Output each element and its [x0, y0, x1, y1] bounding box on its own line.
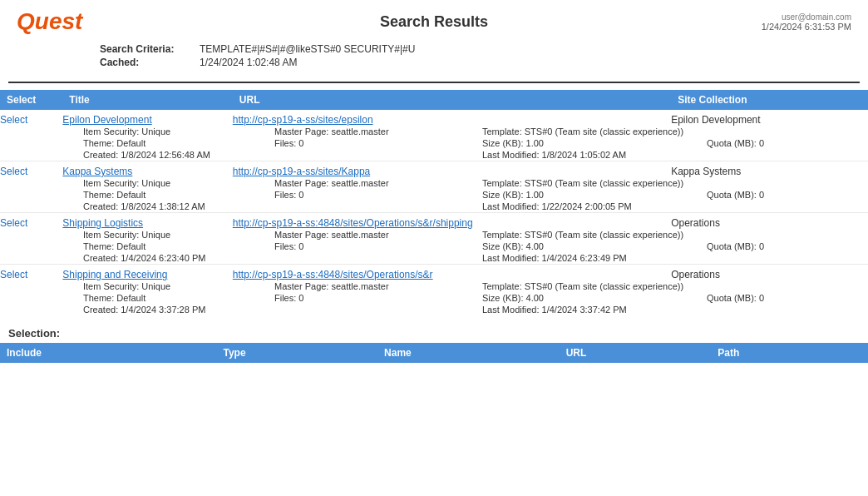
sel-col-name: Name	[377, 343, 560, 363]
detail-cell	[274, 305, 482, 315]
detail-cell: Last Modified: 1/4/2024 3:37:42 PM	[482, 305, 707, 315]
site-url-link[interactable]: http://cp-sp19-a-ss:4848/sites/Operation…	[233, 217, 473, 229]
detail-cell: Quota (MB): 0	[707, 241, 861, 251]
detail-cell: Last Modified: 1/8/2024 1:05:02 AM	[482, 150, 707, 160]
site-collection-value: Operations	[671, 265, 868, 281]
table-row: Select Shipping and Receiving http://cp-…	[0, 265, 868, 281]
detail-cell: Quota (MB): 0	[707, 293, 861, 303]
site-title-link[interactable]: Shipping Logistics	[62, 217, 143, 229]
detail-cell: Master Page: seattle.master	[274, 126, 482, 136]
detail-cell: Last Modified: 1/22/2024 2:00:05 PM	[482, 201, 707, 211]
detail-grid: Created: 1/8/2024 1:38:12 AM Last Modifi…	[0, 201, 868, 212]
site-collection-value: Epilon Development	[671, 110, 868, 126]
site-title-link[interactable]: Shipping and Receiving	[62, 269, 167, 280]
detail-cell	[274, 201, 482, 211]
detail-row: Created: 1/4/2024 6:23:40 PM Last Modifi…	[0, 252, 868, 265]
detail-row: Item Security: Unique Master Page: seatt…	[0, 177, 868, 189]
detail-cell: Size (KB): 1.00	[482, 138, 707, 148]
detail-cell: Theme: Default	[83, 241, 274, 251]
selection-header-row: Include Type Name URL Path	[0, 343, 868, 363]
detail-cell: Template: STS#0 (Team site (classic expe…	[482, 281, 707, 291]
results-table: Select Title URL Site Collection Select …	[0, 90, 868, 315]
detail-grid: Theme: Default Files: 0 Size (KB): 4.00 …	[0, 241, 868, 252]
selection-label: Selection:	[0, 324, 868, 343]
detail-cell: Files: 0	[274, 293, 482, 303]
table-row: Select Kappa Systems http://cp-sp19-a-ss…	[0, 161, 868, 178]
detail-row: Created: 1/4/2024 3:37:28 PM Last Modifi…	[0, 304, 868, 315]
detail-cell: Master Page: seattle.master	[274, 178, 482, 188]
detail-row: Theme: Default Files: 0 Size (KB): 4.00 …	[0, 292, 868, 304]
detail-row: Theme: Default Files: 0 Size (KB): 4.00 …	[0, 241, 868, 252]
detail-cell	[274, 253, 482, 263]
criteria-value: TEMPLATE#|#S#|#@likeSTS#0 SECURITY#|#U	[200, 43, 415, 55]
detail-row: Theme: Default Files: 0 Size (KB): 1.00 …	[0, 189, 868, 201]
selection-section: Selection: Include Type Name URL Path	[0, 324, 868, 363]
detail-grid: Theme: Default Files: 0 Size (KB): 1.00 …	[0, 189, 868, 201]
select-link[interactable]: Select	[0, 217, 27, 229]
detail-cell: Quota (MB): 0	[707, 138, 861, 148]
sel-col-include: Include	[0, 343, 216, 363]
site-collection-value: Kappa Systems	[671, 161, 868, 178]
site-collection-value: Operations	[671, 213, 868, 230]
select-link[interactable]: Select	[0, 269, 27, 280]
detail-cell	[707, 126, 861, 136]
col-url: URL	[233, 90, 671, 110]
detail-grid: Item Security: Unique Master Page: seatt…	[0, 126, 868, 137]
page-title: Search Results	[380, 13, 488, 31]
detail-cell: Created: 1/4/2024 3:37:28 PM	[83, 305, 274, 315]
detail-cell: Master Page: seattle.master	[274, 230, 482, 240]
site-title-link[interactable]: Epilon Development	[62, 114, 151, 126]
detail-cell	[707, 305, 861, 315]
search-meta: Search Criteria: TEMPLATE#|#S#|#@likeSTS…	[0, 40, 868, 77]
detail-cell: Template: STS#0 (Team site (classic expe…	[482, 126, 707, 136]
site-title-link[interactable]: Kappa Systems	[62, 166, 132, 177]
select-link[interactable]: Select	[0, 166, 27, 177]
detail-cell: Created: 1/8/2024 1:38:12 AM	[83, 201, 274, 211]
detail-cell: Files: 0	[274, 138, 482, 148]
detail-grid: Created: 1/4/2024 6:23:40 PM Last Modifi…	[0, 252, 868, 264]
detail-cell: Created: 1/4/2024 6:23:40 PM	[83, 253, 274, 263]
detail-cell: Theme: Default	[83, 138, 274, 148]
sel-col-path: Path	[711, 343, 868, 363]
site-url-link[interactable]: http://cp-sp19-a-ss:4848/sites/Operation…	[233, 269, 433, 280]
detail-cell: Item Security: Unique	[83, 281, 274, 291]
sel-col-type: Type	[216, 343, 377, 363]
detail-cell: Item Security: Unique	[83, 126, 274, 136]
detail-grid: Item Security: Unique Master Page: seatt…	[0, 280, 868, 292]
detail-grid: Theme: Default Files: 0 Size (KB): 4.00 …	[0, 292, 868, 304]
detail-row: Created: 1/8/2024 12:56:48 AM Last Modif…	[0, 149, 868, 161]
sel-col-url: URL	[560, 343, 712, 363]
detail-row: Item Security: Unique Master Page: seatt…	[0, 126, 868, 137]
detail-cell	[707, 281, 861, 291]
detail-grid: Item Security: Unique Master Page: seatt…	[0, 229, 868, 241]
detail-cell: Size (KB): 4.00	[482, 293, 707, 303]
detail-cell	[707, 253, 861, 263]
table-row: Select Shipping Logistics http://cp-sp19…	[0, 213, 868, 230]
detail-grid: Theme: Default Files: 0 Size (KB): 1.00 …	[0, 137, 868, 149]
detail-row: Theme: Default Files: 0 Size (KB): 1.00 …	[0, 137, 868, 149]
detail-cell: Size (KB): 1.00	[482, 190, 707, 200]
user-email: user@domain.com	[762, 12, 851, 22]
detail-cell	[274, 150, 482, 160]
detail-cell: Files: 0	[274, 241, 482, 251]
detail-cell: Quota (MB): 0	[707, 190, 861, 200]
detail-row: Item Security: Unique Master Page: seatt…	[0, 280, 868, 292]
detail-cell	[707, 201, 861, 211]
detail-cell: Last Modified: 1/4/2024 6:23:49 PM	[482, 253, 707, 263]
detail-grid: Created: 1/8/2024 12:56:48 AM Last Modif…	[0, 149, 868, 161]
col-select: Select	[0, 90, 62, 110]
page-header: Quest Search Results user@domain.com 1/2…	[0, 0, 868, 40]
table-row: Select Epilon Development http://cp-sp19…	[0, 110, 868, 126]
detail-cell: Files: 0	[274, 190, 482, 200]
detail-cell: Theme: Default	[83, 293, 274, 303]
detail-cell	[707, 178, 861, 188]
site-url-link[interactable]: http://cp-sp19-a-ss/sites/Kappa	[233, 166, 370, 177]
cached-label: Cached:	[100, 57, 200, 68]
detail-cell: Master Page: seattle.master	[274, 281, 482, 291]
detail-cell: Item Security: Unique	[83, 230, 274, 240]
app-logo: Quest	[17, 8, 82, 35]
detail-cell: Theme: Default	[83, 190, 274, 200]
table-header-row: Select Title URL Site Collection	[0, 90, 868, 110]
select-link[interactable]: Select	[0, 114, 27, 126]
site-url-link[interactable]: http://cp-sp19-a-ss/sites/epsilon	[233, 114, 373, 126]
